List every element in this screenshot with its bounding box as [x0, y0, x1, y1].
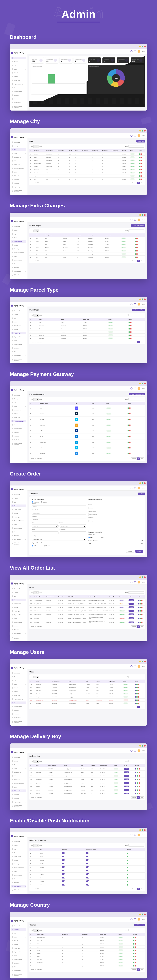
sidebar-item-5[interactable]: Vehicle [11, 412, 26, 415]
view-icon[interactable] [135, 775, 136, 776]
edit-icon[interactable] [136, 697, 138, 698]
sidebar-item-3[interactable]: Order [11, 936, 26, 938]
avatar[interactable] [138, 218, 140, 221]
prev-button[interactable]: Previous [131, 888, 136, 890]
sidebar-item-12[interactable]: App Settings [11, 632, 26, 635]
avatar[interactable] [138, 749, 140, 752]
delete-icon[interactable] [139, 783, 140, 784]
sidebar-item-12[interactable]: App Settings [11, 801, 26, 803]
sidebar-item-7[interactable]: Payment Gateway [11, 951, 26, 953]
sidebar-item-2[interactable]: City [11, 848, 26, 850]
close-icon[interactable] [144, 482, 146, 484]
edit-icon[interactable] [133, 962, 135, 963]
sidebar-item-6[interactable]: Parcel Type [11, 610, 26, 612]
maximize-icon[interactable] [142, 576, 143, 578]
sidebar-item-3[interactable]: Order [11, 598, 26, 601]
sidebar-item-0[interactable]: Dashboard [11, 493, 26, 496]
view-icon[interactable] [135, 772, 136, 773]
onesignal-toggle[interactable] [62, 852, 65, 854]
edit-icon[interactable] [127, 863, 128, 864]
verify-button[interactable]: Verify [124, 789, 129, 791]
delete-icon[interactable] [130, 328, 131, 329]
avatar[interactable] [138, 918, 140, 921]
sidebar-item-2[interactable]: City [11, 501, 26, 503]
col-header[interactable]: Type [39, 848, 61, 851]
sidebar-item-10[interactable]: Document [11, 709, 26, 711]
col-header[interactable]: Register Date [108, 679, 122, 683]
sidebar-item-4[interactable]: Extra Charges [11, 602, 26, 605]
col-header[interactable]: Created [121, 149, 130, 153]
globe-icon[interactable] [130, 135, 133, 137]
col-header[interactable]: Created Date [99, 933, 118, 936]
col-header[interactable]: Id [29, 848, 39, 851]
sidebar-item-13[interactable]: Delivery Person Document [11, 542, 26, 545]
minimize-icon[interactable] [139, 576, 141, 578]
sidebar-item-11[interactable]: Withdraw [11, 350, 26, 353]
delete-icon[interactable] [141, 160, 142, 161]
edit-icon[interactable] [133, 953, 135, 954]
sidebar-item-1[interactable]: Country [11, 145, 26, 147]
view-icon[interactable] [138, 622, 139, 623]
edit-icon[interactable] [127, 860, 128, 861]
sidebar-item-4[interactable]: Extra Charges [11, 72, 26, 74]
minimize-icon[interactable] [139, 130, 141, 132]
sidebar-item-5[interactable]: Vehicle [11, 159, 26, 162]
sidebar-item-2[interactable]: City [11, 932, 26, 934]
bell-icon[interactable] [134, 750, 136, 752]
delete-icon[interactable] [135, 962, 136, 963]
delete-icon[interactable] [135, 956, 136, 957]
sidebar-item-5[interactable]: Vehicle [11, 75, 26, 78]
close-icon[interactable] [144, 214, 146, 216]
close-icon[interactable] [144, 745, 146, 746]
sidebar-item-12[interactable]: App Settings [11, 716, 26, 719]
sidebar-item-5[interactable]: Vehicle [11, 775, 26, 777]
sidebar-item-0[interactable]: Dashboard [11, 672, 26, 674]
sidebar-item-1[interactable]: Country [11, 398, 26, 400]
sidebar-item-7[interactable]: Payment Gateway [11, 420, 26, 422]
col-header[interactable]: Distance Type [57, 149, 69, 153]
minimize-icon[interactable] [139, 299, 141, 300]
sidebar-item-7[interactable]: Payment Gateway [11, 866, 26, 869]
col-header[interactable]: Status [107, 318, 128, 321]
sidebar-item-9[interactable]: Delivery Person [11, 343, 26, 345]
delete-icon[interactable] [136, 238, 138, 239]
verify-button[interactable]: Verify [124, 786, 129, 788]
sidebar-item-13[interactable]: Delivery Person Document [11, 442, 26, 446]
edit-icon[interactable] [127, 853, 128, 854]
maximize-icon[interactable] [142, 482, 143, 484]
sidebar-item-3[interactable]: Order [11, 767, 26, 770]
sidebar-item-0[interactable]: Dashboard [11, 225, 26, 228]
on-pickup-radio[interactable] [32, 545, 33, 546]
delete-icon[interactable] [135, 937, 136, 938]
globe-icon[interactable] [130, 50, 133, 52]
edit-icon[interactable] [136, 703, 138, 704]
search-input[interactable] [128, 676, 144, 678]
firebase-toggle[interactable] [86, 852, 89, 854]
col-header[interactable]: Min Distance [81, 149, 92, 153]
bell-icon[interactable] [134, 834, 136, 836]
view-icon[interactable] [138, 607, 139, 608]
view-icon[interactable] [138, 610, 139, 611]
sidebar-item-13[interactable]: Delivery Person Document [11, 105, 26, 108]
sidebar-item-11[interactable]: Withdraw [11, 98, 26, 100]
assign-button[interactable]: Assign [128, 617, 134, 619]
col-header[interactable]: Per Distance [101, 149, 112, 153]
avatar[interactable] [138, 303, 140, 305]
delete-icon[interactable] [130, 325, 131, 326]
delete-icon[interactable] [130, 334, 131, 336]
search-input[interactable] [128, 398, 144, 401]
weight-input[interactable] [32, 531, 58, 534]
bell-icon[interactable] [134, 50, 136, 52]
save-button[interactable]: Save [138, 493, 145, 495]
sidebar-item-10[interactable]: Document [11, 793, 26, 796]
page-1[interactable]: 1 [137, 969, 140, 971]
sidebar-item-10[interactable]: Document [11, 962, 26, 964]
edit-icon[interactable] [127, 885, 128, 886]
globe-icon[interactable] [130, 303, 133, 305]
view-icon[interactable] [135, 697, 136, 698]
delete-icon[interactable] [141, 153, 142, 154]
bell-icon[interactable] [134, 581, 136, 583]
sidebar-item-11[interactable]: Withdraw [11, 713, 26, 715]
edit-icon[interactable] [139, 172, 140, 173]
close-icon[interactable] [144, 661, 146, 662]
